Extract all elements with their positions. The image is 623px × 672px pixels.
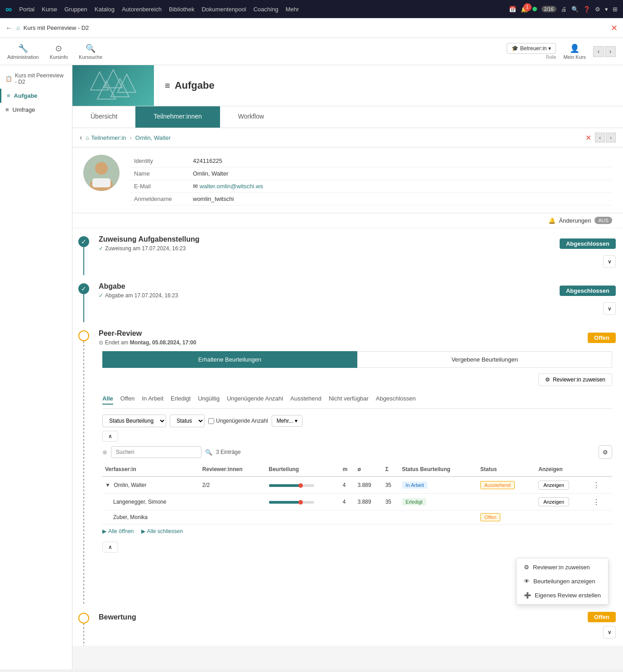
context-menu-item-review[interactable]: ➕ Eigenes Review erstellen bbox=[517, 588, 608, 602]
assign-reviewer-button[interactable]: ⚙ Reviewer:in zuweisen bbox=[538, 373, 612, 386]
step-peer-review-line bbox=[83, 341, 84, 605]
help-icon[interactable]: ❓ bbox=[583, 6, 590, 13]
anzeigen-button-1[interactable]: Anzeigen bbox=[538, 497, 569, 506]
administration-tool[interactable]: 🔧 Administration bbox=[7, 43, 39, 60]
nav-portal[interactable]: Portal bbox=[19, 6, 34, 13]
breadcrumb-prev[interactable]: ‹ bbox=[595, 133, 605, 143]
email-link[interactable]: walter.omlin@witschi.ws bbox=[200, 183, 263, 190]
mein-kurs-button[interactable]: 👤 Mein Kurs bbox=[563, 43, 586, 60]
settings-icon[interactable]: ⚙ bbox=[595, 6, 600, 13]
clear-search-icon[interactable]: ⊗ bbox=[102, 449, 107, 456]
nav-autorenbereich[interactable]: Autorenbereich bbox=[122, 6, 162, 13]
email-icon: ✉ bbox=[193, 183, 198, 190]
back-button[interactable]: ← bbox=[5, 24, 13, 32]
step-peer-review-status: Offen bbox=[588, 333, 616, 343]
name-value: Omlin, Walter bbox=[189, 167, 612, 180]
data-table: Verfasser:in Reviewer:innen Beurteilung … bbox=[102, 462, 612, 524]
filter-collapse-button[interactable]: ∧ bbox=[102, 431, 118, 442]
rolle-button[interactable]: 🎓 Betreuer:in ▾ Rolle bbox=[507, 43, 556, 60]
pr-tab-vergeben[interactable]: Vergebene Beurteilungen bbox=[357, 351, 612, 368]
filter-tab-ungueltig[interactable]: Ungültig bbox=[198, 393, 220, 405]
filter-tab-erledigt[interactable]: Erledigt bbox=[171, 393, 191, 405]
pr-tab-erhalten[interactable]: Erhaltene Beurteilungen bbox=[102, 351, 357, 368]
breadcrumb-close[interactable]: ✕ bbox=[585, 133, 591, 142]
identity-label: Identity bbox=[130, 155, 189, 167]
step-zuweisung-toggle[interactable]: ∨ bbox=[603, 255, 616, 268]
context-menu-item-assign[interactable]: ⚙ Reviewer:in zuweisen bbox=[517, 560, 608, 574]
umfrage-icon: ≡ bbox=[5, 106, 9, 113]
step-abgabe-header: Abgabe ✓ Abgabe am 17.07.2024, 16:23 Abg… bbox=[99, 282, 616, 299]
filter-tab-ausstehend[interactable]: Ausstehend bbox=[290, 393, 321, 405]
tab-uebersicht[interactable]: Übersicht bbox=[72, 106, 135, 128]
notification-badge[interactable]: 🔔1 bbox=[521, 6, 528, 13]
filter-tab-offen[interactable]: Offen bbox=[120, 393, 135, 405]
nav-bibliothek[interactable]: Bibliothek bbox=[169, 6, 194, 13]
kursinfo-tool[interactable]: ⊙ Kursinfo bbox=[50, 43, 68, 60]
step-zuweisung-status: Abgeschlossen bbox=[560, 238, 616, 249]
row-menu-button-1[interactable]: ⋮ bbox=[591, 498, 602, 506]
cell-sigma-1: 35 bbox=[383, 494, 399, 510]
step-abgabe-toggle[interactable]: ∨ bbox=[603, 302, 616, 315]
step-abgabe-circle: ✓ bbox=[78, 283, 89, 294]
tab-teilnehmerinnen[interactable]: Teilnehmer:innen bbox=[135, 106, 220, 128]
mehr-button[interactable]: Mehr... ▾ bbox=[272, 415, 303, 427]
context-menu: ⚙ Reviewer:in zuweisen 👁 Beurteilungen a… bbox=[516, 558, 609, 605]
table-container: Verfasser:in Reviewer:innen Beurteilung … bbox=[102, 462, 612, 524]
calendar-icon[interactable]: 📅 bbox=[509, 6, 516, 13]
breadcrumb-person[interactable]: Omlin, Walter bbox=[135, 134, 171, 141]
next-arrow[interactable]: › bbox=[605, 46, 616, 57]
step-bewertung-title: Bewertung bbox=[99, 613, 136, 621]
breadcrumb-home[interactable]: ⌂ Teilnehmer:in bbox=[86, 134, 126, 141]
step-peer-review-toggle[interactable]: ∧ bbox=[102, 542, 118, 553]
filter-tab-ungenuegende[interactable]: Ungenügende Anzahl bbox=[227, 393, 283, 405]
search-icon[interactable]: 🔍 bbox=[571, 6, 579, 13]
course-close-button[interactable]: ✕ bbox=[611, 23, 618, 33]
row-menu-button-0[interactable]: ⋮ bbox=[591, 481, 602, 489]
user-icon: 👤 bbox=[570, 43, 580, 53]
alle-schliessen-link[interactable]: ▶ Alle schliessen bbox=[141, 528, 183, 534]
nav-kurse[interactable]: Kurse bbox=[42, 6, 57, 13]
expand-arrow-icon[interactable]: ▼ bbox=[105, 482, 110, 488]
filter-tab-nicht-verfuegbar[interactable]: Nicht verfügbar bbox=[329, 393, 369, 405]
mehr-chevron-icon: ▾ bbox=[295, 418, 297, 424]
tab-workflow[interactable]: Workflow bbox=[220, 106, 282, 128]
ungenuegende-checkbox[interactable] bbox=[208, 418, 214, 424]
prev-arrow[interactable]: ‹ bbox=[593, 46, 604, 57]
nav-katalog[interactable]: Katalog bbox=[95, 6, 115, 13]
expand-icon[interactable]: ⊞ bbox=[613, 6, 618, 13]
print-icon[interactable]: 🖨 bbox=[561, 6, 567, 13]
step-bewertung-toggle[interactable]: ∨ bbox=[603, 626, 616, 639]
cell-actions-0: ⋮ bbox=[588, 477, 612, 494]
context-menu-item-beurteilungen[interactable]: 👁 Beurteilungen anzeigen bbox=[517, 574, 608, 588]
cell-reviewers-1 bbox=[200, 494, 266, 510]
nav-mehr[interactable]: Mehr bbox=[286, 6, 299, 13]
sidebar-item-umfrage[interactable]: ≡ Umfrage bbox=[0, 103, 72, 117]
filter-tab-abgeschlossen[interactable]: Abgeschlossen bbox=[376, 393, 416, 405]
table-settings-button[interactable]: ⚙ bbox=[599, 445, 612, 459]
main-layout: 📋 Kurs mit Peerreview - D2 ≡ Aufgabe ≡ U… bbox=[0, 65, 623, 669]
rolle-label: Rolle bbox=[546, 55, 556, 60]
table-search-row: ⊗ 🔍 3 Einträge ⚙ bbox=[102, 445, 612, 459]
anzeigen-button-0[interactable]: Anzeigen bbox=[538, 481, 569, 490]
filter-tab-in-arbeit[interactable]: In Arbeit bbox=[142, 393, 163, 405]
administration-label: Administration bbox=[7, 54, 39, 60]
search-submit-icon[interactable]: 🔍 bbox=[205, 449, 212, 456]
nav-coaching[interactable]: Coaching bbox=[254, 6, 278, 13]
alle-oeffnen-link[interactable]: ▶ Alle öffnen bbox=[102, 528, 134, 534]
rolle-selector[interactable]: 🎓 Betreuer:in ▾ bbox=[507, 43, 556, 54]
email-value[interactable]: ✉ walter.omlin@witschi.ws bbox=[189, 180, 612, 193]
changes-toggle[interactable]: AUS bbox=[594, 217, 612, 224]
nav-dokumentenpool[interactable]: Dokumentenpool bbox=[201, 6, 246, 13]
kurssuche-tool[interactable]: 🔍 Kurssuche bbox=[79, 43, 102, 60]
sidebar-item-aufgabe[interactable]: ≡ Aufgabe bbox=[0, 89, 72, 103]
status-filter[interactable]: Status bbox=[170, 415, 205, 427]
more-icon[interactable]: ▾ bbox=[605, 6, 608, 13]
breadcrumb-next[interactable]: › bbox=[606, 133, 616, 143]
search-input[interactable] bbox=[111, 446, 201, 458]
breadcrumb-back[interactable]: ‹ bbox=[80, 133, 82, 142]
status-beurteilung-filter[interactable]: Status Beurteilung bbox=[102, 415, 166, 427]
identity-value: 424116225 bbox=[189, 155, 612, 167]
aufgabe-title-icon: ≡ bbox=[165, 81, 170, 91]
filter-tab-alle[interactable]: Alle bbox=[102, 393, 113, 405]
nav-gruppen[interactable]: Gruppen bbox=[64, 6, 87, 13]
